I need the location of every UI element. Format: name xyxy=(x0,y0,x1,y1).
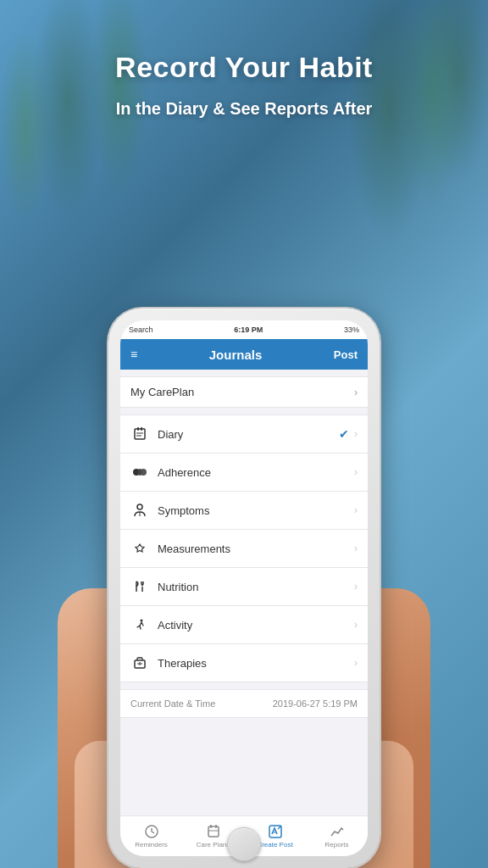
hero-header: Record Your Habit In the Diary & See Rep… xyxy=(0,51,488,119)
diary-label: Diary xyxy=(158,428,339,441)
measurements-label: Measurements xyxy=(158,542,354,555)
activity-label: Activity xyxy=(158,619,354,632)
svg-point-7 xyxy=(138,469,141,476)
svg-rect-2 xyxy=(141,427,142,431)
menu-item-activity[interactable]: Activity › xyxy=(120,606,368,644)
menu-item-symptoms[interactable]: Symptoms › xyxy=(120,492,368,530)
menu-hamburger-icon[interactable]: ≡ xyxy=(130,348,137,361)
create-post-tab-label: Create Post xyxy=(257,841,292,849)
phone-in-hand: Search 6:19 PM 33% ≡ Journals Post My Ca… xyxy=(108,309,380,868)
svg-rect-21 xyxy=(208,826,219,837)
reminders-tab-label: Reminders xyxy=(135,841,168,849)
menu-item-diary[interactable]: Diary ✔ › xyxy=(120,415,368,453)
svg-line-20 xyxy=(152,832,154,833)
menu-list: Diary ✔ › Adherence xyxy=(120,415,368,682)
tab-reminders[interactable]: Reminders xyxy=(120,824,182,849)
therapies-arrow-icon: › xyxy=(354,657,358,669)
section-gap xyxy=(120,408,368,415)
diary-check-icon: ✔ xyxy=(339,427,349,441)
therapies-icon xyxy=(130,654,149,672)
symptoms-arrow-icon: › xyxy=(354,504,358,516)
status-time: 6:19 PM xyxy=(234,326,263,334)
care-plan-label: My CarePlan xyxy=(130,386,194,398)
hero-subtitle: In the Diary & See Reports After xyxy=(0,99,488,119)
menu-item-adherence[interactable]: Adherence › xyxy=(120,453,368,492)
care-plans-icon xyxy=(206,824,221,839)
content-area: My CarePlan › xyxy=(120,370,368,856)
post-button[interactable]: Post xyxy=(334,348,358,361)
care-plan-selector[interactable]: My CarePlan › xyxy=(120,376,368,408)
status-left: Search xyxy=(129,326,153,334)
diary-arrow-icon: › xyxy=(354,428,358,440)
date-label: Current Date & Time xyxy=(130,698,215,709)
adherence-icon xyxy=(130,463,149,481)
nav-bar: ≡ Journals Post xyxy=(120,339,368,370)
menu-item-therapies[interactable]: Therapies › xyxy=(120,644,368,682)
svg-rect-1 xyxy=(137,427,139,431)
home-button[interactable] xyxy=(227,827,261,861)
care-plans-tab-label: Care Plans xyxy=(197,841,230,849)
battery-level: 33% xyxy=(344,326,359,334)
therapies-label: Therapies xyxy=(158,657,354,670)
date-value: 2019-06-27 5:19 PM xyxy=(273,698,358,709)
reports-icon xyxy=(330,824,345,839)
nutrition-icon xyxy=(130,577,149,596)
status-right: 33% xyxy=(344,326,359,334)
care-plan-chevron-icon: › xyxy=(354,387,358,398)
menu-item-measurements[interactable]: Measurements › xyxy=(120,530,368,568)
reminders-icon xyxy=(144,824,159,839)
adherence-arrow-icon: › xyxy=(354,466,358,478)
activity-icon xyxy=(130,615,149,634)
measurements-arrow-icon: › xyxy=(354,542,358,554)
svg-point-14 xyxy=(141,620,143,622)
measurements-icon xyxy=(130,539,149,558)
date-time-row: Current Date & Time 2019-06-27 5:19 PM xyxy=(120,689,368,718)
menu-item-nutrition[interactable]: Nutrition › xyxy=(120,568,368,606)
tab-reports[interactable]: Reports xyxy=(306,824,368,849)
search-label: Search xyxy=(129,326,153,334)
reports-tab-label: Reports xyxy=(324,841,348,849)
adherence-label: Adherence xyxy=(158,466,354,479)
symptoms-label: Symptoms xyxy=(158,504,354,517)
screen: Search 6:19 PM 33% ≡ Journals Post My Ca… xyxy=(120,320,368,856)
phone-shell: Search 6:19 PM 33% ≡ Journals Post My Ca… xyxy=(108,309,380,868)
bottom-spacer xyxy=(120,718,368,815)
diary-icon xyxy=(130,425,149,443)
nutrition-label: Nutrition xyxy=(158,581,354,593)
nav-title: Journals xyxy=(209,348,263,362)
nutrition-arrow-icon: › xyxy=(354,581,358,593)
svg-rect-0 xyxy=(135,429,145,439)
svg-point-8 xyxy=(137,504,142,509)
activity-arrow-icon: › xyxy=(354,619,358,631)
status-bar: Search 6:19 PM 33% xyxy=(120,320,368,339)
hero-title: Record Your Habit xyxy=(0,51,488,84)
create-post-icon xyxy=(268,824,283,839)
symptoms-icon xyxy=(130,501,149,520)
